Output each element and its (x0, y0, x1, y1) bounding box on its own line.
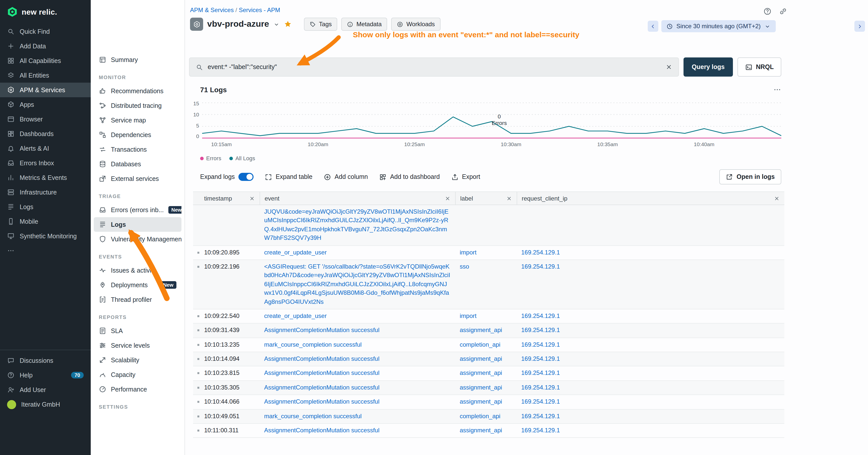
label-link[interactable]: import (460, 313, 476, 320)
column-header-event[interactable]: event (259, 192, 455, 204)
subnav-item-service-levels[interactable]: Service levels (94, 338, 182, 353)
label-link[interactable]: sso (460, 263, 469, 270)
remove-column-icon[interactable] (506, 195, 512, 201)
legend-item-all-logs[interactable]: All Logs (229, 155, 255, 161)
request-client-ip-link[interactable]: 169.254.129.1 (521, 263, 560, 270)
subnav-item-external-services[interactable]: External services (94, 171, 182, 186)
label-link[interactable]: assignment_api (460, 355, 502, 362)
log-search-box[interactable] (189, 58, 679, 76)
event-link[interactable]: JUQVU&code=eyJraWQiOiJjcGltY29yZV8wOTl1M… (264, 208, 448, 241)
log-row-10-10-44-066[interactable]: 10:10:44.066 AssignmentCompletionMutatio… (193, 395, 784, 410)
nrql-button[interactable]: NRQL (737, 58, 781, 76)
sidebar-item-iterativ-gmbh[interactable]: Iterativ GmbH (0, 397, 91, 412)
event-link[interactable]: create_or_update_user (264, 249, 327, 256)
label-link[interactable]: assignment_api (460, 427, 502, 434)
legend-item-errors[interactable]: Errors (200, 155, 221, 161)
event-link[interactable]: AssignmentCompletionMutation successful (264, 398, 379, 405)
request-client-ip-link[interactable]: 169.254.129.1 (521, 369, 560, 377)
sidebar-item-add-user[interactable]: Add User (0, 383, 91, 397)
sidebar-item-metrics-events[interactable]: Metrics & Events (0, 170, 91, 185)
event-link[interactable]: mark_course_completion successful (264, 413, 362, 420)
breadcrumb-services-apm[interactable]: Services - APM (239, 6, 280, 13)
button-workloads[interactable]: Workloads (391, 18, 440, 31)
column-header-label[interactable]: label (455, 192, 517, 204)
log-row-10-09-20-895[interactable]: 10:09:20.895 create_or_update_user impor… (193, 246, 784, 260)
subnav-item-summary[interactable]: Summary (94, 53, 182, 67)
subnav-item-transactions[interactable]: Transactions (94, 142, 182, 157)
label-link[interactable]: completion_api (460, 341, 500, 348)
expand-logs-toggle[interactable] (239, 173, 253, 181)
subnav-item-distributed-tracing[interactable]: Distributed tracing (94, 98, 182, 113)
event-link[interactable]: AssignmentCompletionMutation successful (264, 369, 379, 377)
subnav-item-deployments[interactable]: Deployments New (94, 278, 182, 292)
event-link[interactable]: AssignmentCompletionMutation successful (264, 355, 379, 362)
subnav-item-recommendations[interactable]: Recommendations (94, 84, 182, 98)
sidebar-item-quick-find[interactable]: Quick Find (0, 24, 91, 39)
new-relic-logo[interactable]: new relic. (0, 0, 91, 24)
remove-column-icon[interactable] (249, 195, 255, 201)
sidebar-item[interactable] (0, 243, 91, 258)
remove-column-icon[interactable] (774, 195, 780, 201)
event-link[interactable]: mark_course_completion successful (264, 341, 362, 348)
event-link[interactable]: AssignmentCompletionMutation successful (264, 384, 379, 391)
request-client-ip-link[interactable]: 169.254.129.1 (521, 313, 560, 320)
label-link[interactable]: completion_api (460, 413, 500, 420)
subnav-item-performance[interactable]: Performance (94, 382, 182, 396)
request-client-ip-link[interactable]: 169.254.129.1 (521, 384, 560, 391)
subnav-item-scalability[interactable]: Scalability (94, 353, 182, 367)
subnav-item-issues-activity[interactable]: Issues & activity (94, 263, 182, 278)
toolbar-action-add-column[interactable]: Add column (323, 173, 368, 181)
sidebar-item-infrastructure[interactable]: Infrastructure (0, 185, 91, 199)
sidebar-item-alerts-ai[interactable]: Alerts & AI (0, 141, 91, 156)
sidebar-item-apm-services[interactable]: APM & Services (0, 83, 91, 97)
chart-plot-area[interactable]: 0Errors (202, 101, 781, 139)
entity-switcher-chevron-down-icon[interactable] (273, 21, 280, 28)
clear-query-icon[interactable] (665, 64, 673, 70)
subnav-item-service-map[interactable]: Service map (94, 113, 182, 128)
log-row-10-10-13-235[interactable]: 10:10:13.235 mark_course_completion succ… (193, 338, 784, 352)
permalink-icon[interactable] (779, 7, 787, 15)
label-link[interactable]: import (460, 249, 476, 256)
log-row-10-09-31-439[interactable]: 10:09:31.439 AssignmentCompletionMutatio… (193, 324, 784, 338)
sidebar-item-dashboards[interactable]: Dashboards (0, 127, 91, 141)
subnav-item-sla[interactable]: SLA (94, 324, 182, 338)
event-link[interactable]: create_or_update_user (264, 313, 327, 320)
toolbar-action-export[interactable]: Export (451, 173, 480, 181)
log-row-10-09-22-540[interactable]: 10:09:22.540 create_or_update_user impor… (193, 310, 784, 324)
log-row-10-10-14-094[interactable]: 10:10:14.094 AssignmentCompletionMutatio… (193, 352, 784, 366)
open-in-logs-button[interactable]: Open in logs (719, 169, 781, 185)
button-tags[interactable]: Tags (304, 18, 338, 31)
label-link[interactable]: assignment_api (460, 369, 502, 377)
sidebar-item-errors-inbox[interactable]: Errors Inbox (0, 156, 91, 170)
subnav-item-dependencies[interactable]: Dependencies (94, 128, 182, 142)
request-client-ip-link[interactable]: 169.254.129.1 (521, 427, 560, 434)
sidebar-item-all-entities[interactable]: All Entities (0, 68, 91, 83)
button-metadata[interactable]: Metadata (341, 18, 387, 31)
event-link[interactable]: AssignmentCompletionMutation successful (264, 327, 379, 334)
event-link[interactable]: <ASGIRequest: GET '/sso/callback/?state=… (264, 263, 450, 305)
label-link[interactable]: assignment_api (460, 327, 502, 334)
sidebar-item-mobile[interactable]: Mobile (0, 214, 91, 229)
sidebar-item-logs[interactable]: Logs (0, 199, 91, 214)
help-icon[interactable] (763, 7, 772, 15)
request-client-ip-link[interactable]: 169.254.129.1 (521, 398, 560, 405)
sidebar-item-help[interactable]: Help 70 (0, 368, 91, 383)
subnav-item-errors-errors-inb[interactable]: Errors (errors inb... New (94, 202, 182, 217)
time-forward-button[interactable] (855, 21, 865, 32)
subnav-item-vulnerability-management[interactable]: Vulnerability Management (94, 232, 182, 247)
toolbar-action-add-to-dashboard[interactable]: Add to dashboard (379, 173, 440, 181)
breadcrumb-apm-services[interactable]: APM & Services (190, 6, 234, 13)
log-row-10-09-22-196[interactable]: 10:09:22.196 <ASGIRequest: GET '/sso/cal… (193, 260, 784, 310)
request-client-ip-link[interactable]: 169.254.129.1 (521, 355, 560, 362)
sidebar-item-discussions[interactable]: Discussions (0, 353, 91, 368)
column-header-timestamp[interactable]: timestamp (193, 192, 259, 204)
log-row[interactable]: JUQVU&code=eyJraWQiOiJjcGltY29yZV8wOTl1M… (193, 205, 784, 246)
sidebar-item-browser[interactable]: Browser (0, 112, 91, 127)
subnav-item-thread-profiler[interactable]: Thread profiler (94, 292, 182, 307)
subnav-item-logs[interactable]: Logs (94, 217, 182, 232)
label-link[interactable]: assignment_api (460, 384, 502, 391)
sidebar-item-apps[interactable]: Apps (0, 97, 91, 112)
time-picker[interactable]: Since 30 minutes ago (GMT+2) (661, 20, 776, 32)
query-logs-button[interactable]: Query logs (684, 58, 733, 76)
log-query-input[interactable] (208, 64, 661, 70)
